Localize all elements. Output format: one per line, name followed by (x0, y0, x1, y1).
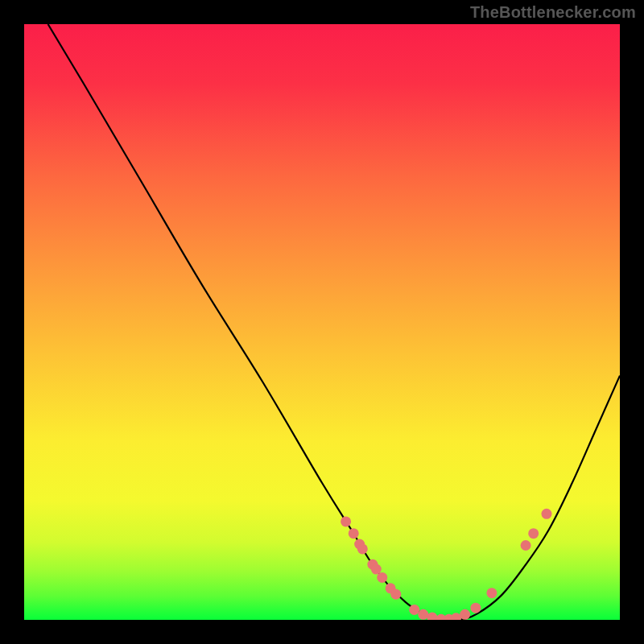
data-marker (460, 609, 470, 620)
data-marker (409, 605, 419, 615)
plot-area (24, 24, 620, 620)
data-marker (470, 603, 481, 613)
data-marker (349, 528, 359, 539)
data-marker (541, 509, 551, 519)
data-marker (341, 516, 351, 526)
data-marker (357, 543, 368, 554)
data-marker (377, 572, 387, 583)
data-marker (521, 540, 531, 551)
source-label: TheBottlenecker.com (470, 3, 636, 22)
data-marker (486, 588, 497, 598)
outer-frame: TheBottlenecker.com (0, 0, 644, 644)
data-marker (390, 589, 401, 600)
data-marker (418, 609, 428, 620)
data-marker (528, 528, 539, 539)
chart-svg (24, 24, 620, 620)
